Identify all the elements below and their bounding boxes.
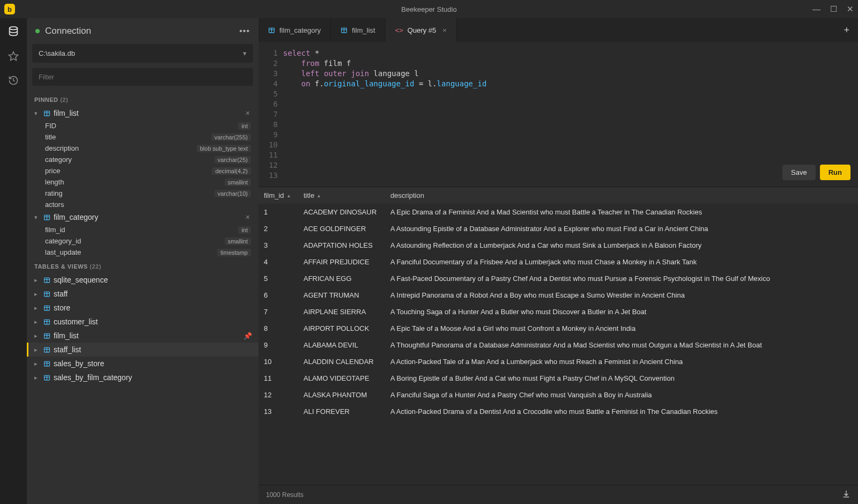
column-header-label: description: [390, 191, 424, 199]
app-logo: b: [4, 4, 15, 14]
table-row[interactable]: 8AIRPORT POLLOCKA Epic Tale of a Moose A…: [258, 320, 858, 337]
connection-label: Connection: [45, 26, 239, 36]
app-title: Beekeeper Studio: [401, 5, 456, 13]
table-row[interactable]: 11ALAMO VIDEOTAPEA Boring Epistle of a B…: [258, 370, 858, 387]
column-name: last_update: [45, 248, 217, 256]
tables-section-header: TABLES & VIEWS (22): [27, 258, 258, 273]
column-name: length: [45, 178, 225, 186]
pinned-table-item[interactable]: ▾film_category×: [27, 210, 258, 224]
cell-title: ALI FOREVER: [298, 407, 385, 416]
column-row[interactable]: descriptionblob sub_type text: [27, 143, 258, 154]
favorites-icon[interactable]: [8, 51, 19, 63]
column-type: blob sub_type text: [197, 145, 251, 152]
column-row[interactable]: FIDint: [27, 120, 258, 131]
column-row[interactable]: titlevarchar(255): [27, 131, 258, 143]
cell-film-id: 8: [258, 324, 298, 332]
column-type: varchar(25): [214, 156, 251, 164]
table-item[interactable]: ▸staff_list: [27, 343, 258, 357]
table-row[interactable]: 5AFRICAN EGGA Fast-Paced Documentary of …: [258, 270, 858, 287]
history-icon[interactable]: [8, 75, 19, 87]
query-tab[interactable]: <>Query #5×: [386, 18, 457, 42]
table-row[interactable]: 12ALASKA PHANTOMA Fanciful Saga of a Hun…: [258, 387, 858, 403]
table-row[interactable]: 10ALADDIN CALENDARA Action-Packed Tale o…: [258, 353, 858, 370]
column-row[interactable]: lengthsmallint: [27, 176, 258, 188]
cell-description: A Action-Packed Drama of a Dentist And a…: [385, 407, 858, 416]
table-item[interactable]: ▸sales_by_store: [27, 357, 258, 370]
save-button[interactable]: Save: [782, 165, 816, 180]
new-tab-button[interactable]: +: [835, 18, 858, 42]
table-name: store: [54, 303, 252, 312]
table-row[interactable]: 4AFFAIR PREJUDICEA Fanciful Documentary …: [258, 254, 858, 270]
table-item[interactable]: ▸staff: [27, 287, 258, 301]
sql-editor[interactable]: 12345678910111213 select * from film f l…: [258, 42, 858, 187]
unpin-button[interactable]: ×: [243, 213, 252, 221]
database-selector[interactable]: C:\sakila.db ▾: [32, 44, 253, 63]
table-item[interactable]: ▸store: [27, 301, 258, 315]
window-maximize-button[interactable]: ☐: [830, 4, 837, 14]
column-row[interactable]: category_idsmallint: [27, 235, 258, 247]
chevron-right-icon: ▸: [32, 305, 40, 312]
column-row[interactable]: film_idint: [27, 224, 258, 235]
column-header[interactable]: film_id▴: [258, 187, 298, 204]
column-name: category: [45, 155, 214, 164]
cell-film-id: 11: [258, 374, 298, 382]
table-row[interactable]: 6AGENT TRUMANA Intrepid Panorama of a Ro…: [258, 287, 858, 303]
cell-description: A Thoughtful Panorama of a Database Admi…: [385, 341, 858, 349]
table-name: staff_list: [54, 345, 252, 354]
column-row[interactable]: actors: [27, 199, 258, 210]
table-row[interactable]: 7AIRPLANE SIERRAA Touching Saga of a Hun…: [258, 303, 858, 320]
table-item[interactable]: ▸sqlite_sequence: [27, 273, 258, 287]
table-item[interactable]: ▸customer_list: [27, 315, 258, 329]
column-row[interactable]: categoryvarchar(25): [27, 154, 258, 165]
table-row[interactable]: 3ADAPTATION HOLESA Astounding Reflection…: [258, 237, 858, 254]
cell-title: AIRPORT POLLOCK: [298, 324, 385, 332]
window-close-button[interactable]: ✕: [847, 4, 854, 14]
table-icon: [43, 318, 50, 325]
column-header-label: title: [304, 191, 314, 199]
column-type: decimal(4,2): [212, 167, 251, 175]
cell-film-id: 7: [258, 308, 298, 316]
table-row[interactable]: 9ALABAMA DEVILA Thoughtful Panorama of a…: [258, 337, 858, 353]
column-type: smallint: [225, 238, 251, 245]
chevron-right-icon: ▸: [32, 360, 40, 367]
cell-title: ACE GOLDFINGER: [298, 225, 385, 233]
table-icon: [43, 332, 50, 339]
cell-description: A Touching Saga of a Hunter And a Butler…: [385, 308, 858, 316]
cell-description: A Epic Drama of a Feminist And a Mad Sci…: [385, 208, 858, 216]
cell-description: A Action-Packed Tale of a Man And a Lumb…: [385, 358, 858, 366]
column-name: description: [45, 144, 197, 152]
column-row[interactable]: pricedecimal(4,2): [27, 165, 258, 176]
pinned-table-item[interactable]: ▾film_list×: [27, 106, 258, 120]
sort-icon: ▴: [317, 192, 320, 198]
column-row[interactable]: ratingvarchar(10): [27, 188, 258, 199]
table-tab[interactable]: film_category: [258, 18, 331, 42]
table-tab[interactable]: film_list: [331, 18, 385, 42]
table-row[interactable]: 2ACE GOLDFINGERA Astounding Epistle of a…: [258, 220, 858, 237]
database-icon[interactable]: [8, 26, 19, 39]
column-type: varchar(255): [211, 134, 251, 141]
table-item[interactable]: ▸sales_by_film_category: [27, 370, 258, 384]
filter-input[interactable]: [32, 68, 253, 86]
cell-film-id: 3: [258, 241, 298, 249]
tab-close-button[interactable]: ×: [442, 26, 447, 34]
table-icon: [43, 109, 50, 117]
tab-label: Query #5: [408, 26, 436, 34]
chevron-right-icon: ▸: [32, 318, 40, 325]
results-body[interactable]: 1ACADEMY DINOSAURA Epic Drama of a Femin…: [258, 204, 858, 485]
column-header[interactable]: description: [385, 187, 858, 204]
column-row[interactable]: last_updatetimestamp: [27, 247, 258, 258]
cell-description: A Astounding Reflection of a Lumberjack …: [385, 241, 858, 249]
table-row[interactable]: 13ALI FOREVERA Action-Packed Drama of a …: [258, 403, 858, 420]
cell-film-id: 5: [258, 275, 298, 283]
table-row[interactable]: 1ACADEMY DINOSAURA Epic Drama of a Femin…: [258, 204, 858, 220]
table-item[interactable]: ▸film_list📌: [27, 329, 258, 343]
download-button[interactable]: [842, 490, 850, 500]
cell-title: ALAMO VIDEOTAPE: [298, 374, 385, 382]
unpin-button[interactable]: ×: [243, 109, 252, 117]
window-minimize-button[interactable]: —: [812, 4, 820, 14]
results-count: 1000 Results: [266, 491, 304, 499]
column-header[interactable]: title▴: [298, 187, 385, 204]
connection-menu-button[interactable]: •••: [239, 26, 250, 36]
connection-status-indicator: [35, 29, 40, 33]
run-button[interactable]: Run: [820, 165, 850, 180]
